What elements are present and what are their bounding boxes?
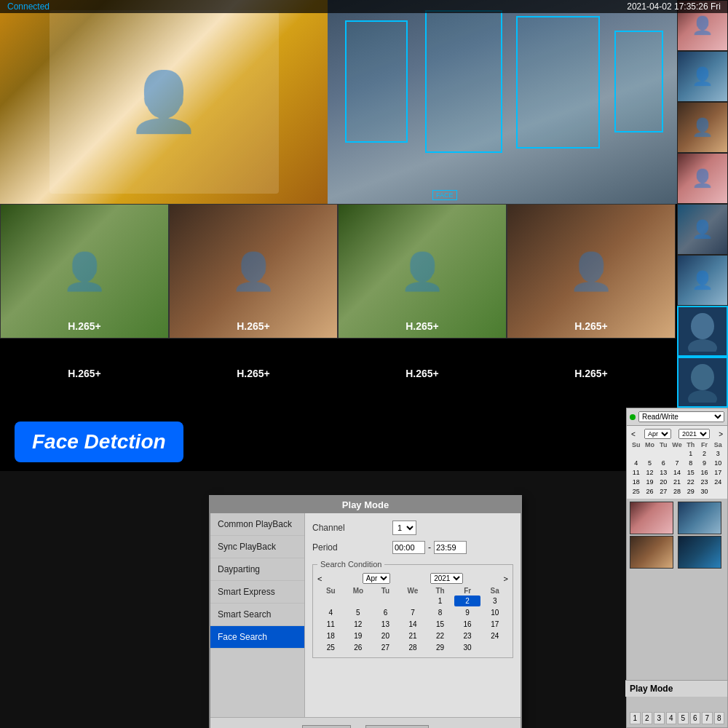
dialog-cal-year[interactable]: 2021: [430, 573, 463, 584]
video-grid-bottom: 👤 H.265+ 👤 H.265+ 👤 H.265+ 👤 H.265+ H.26…: [0, 204, 677, 408]
play-num-2[interactable]: 2: [642, 712, 653, 724]
video-cell-bottom-1: 👤 H.265+: [0, 204, 169, 339]
cal-day-29[interactable]: 29: [427, 642, 454, 653]
thumb-4[interactable]: 👤: [677, 153, 728, 204]
mini-cal-grid: Su Mo Tu We Th Fr Sa 1 2 3 4 5 6 7 8 9 1…: [630, 441, 724, 496]
face-box-1: [345, 20, 408, 143]
read-write-select[interactable]: Read/Write: [638, 411, 724, 422]
status-bar: Connected 2021-04-02 17:35:26 Fri: [0, 0, 728, 13]
cal-day-15[interactable]: 15: [427, 619, 454, 630]
thumbnail-strip: 👤 👤 👤 👤 👤 👤: [677, 0, 728, 408]
period-start-input[interactable]: [392, 541, 425, 554]
cal-day-12[interactable]: 12: [345, 619, 372, 630]
cal-day-4[interactable]: 4: [317, 607, 344, 618]
cal-day-5[interactable]: 5: [345, 607, 372, 618]
detection-label: FACE: [432, 190, 457, 200]
cal-day-24[interactable]: 24: [481, 630, 508, 641]
right-thumb-3[interactable]: [630, 536, 673, 569]
sidebar-item-smart-express[interactable]: Smart Express: [210, 581, 304, 604]
cal-day-25[interactable]: 25: [317, 642, 344, 653]
cal-day-7[interactable]: 7: [400, 607, 427, 618]
thumb-5[interactable]: 👤: [677, 204, 728, 255]
right-thumb-grid: [627, 499, 727, 571]
play-num-5[interactable]: 5: [678, 712, 689, 724]
cal-year-select[interactable]: 2021: [678, 429, 710, 439]
cal-month-select[interactable]: Apr: [644, 429, 671, 439]
channel-label: Channel: [312, 523, 392, 533]
ok-button[interactable]: OK: [302, 725, 351, 728]
cal-day-22[interactable]: 22: [427, 630, 454, 641]
dialog-title: Play Mode: [210, 496, 521, 513]
thumb-6[interactable]: 👤: [677, 255, 728, 306]
mini-calendar: < Apr 2021 > Su Mo Tu We Th Fr Sa 1 2 3 …: [627, 426, 727, 499]
cal-day-16[interactable]: 16: [454, 619, 481, 630]
sidebar-item-common-playback[interactable]: Common PlayBack: [210, 513, 304, 536]
cal-day-30[interactable]: 30: [454, 642, 481, 653]
search-condition-legend: Search Condition: [317, 560, 384, 569]
dialog-calendar: < Apr 2021 > Su Mo Tu We T: [317, 573, 508, 653]
cal-day-6[interactable]: 6: [372, 607, 399, 618]
play-num-4[interactable]: 4: [666, 712, 677, 724]
sidebar-item-sync-playback[interactable]: Sync PlayBack: [210, 536, 304, 558]
svg-point-0: [691, 313, 714, 339]
sidebar-item-dayparting[interactable]: Dayparting: [210, 558, 304, 581]
cal-day-20[interactable]: 20: [372, 630, 399, 641]
play-num-6[interactable]: 6: [690, 712, 701, 724]
cal-next-btn[interactable]: >: [717, 430, 724, 438]
thumb-3[interactable]: 👤: [677, 102, 728, 153]
face-detection-banner: Face Detction: [0, 413, 626, 471]
play-num-7[interactable]: 7: [702, 712, 713, 724]
right-thumb-4[interactable]: [678, 536, 721, 569]
cal-day-8[interactable]: 8: [427, 607, 454, 618]
cal-day-17[interactable]: 17: [481, 619, 508, 630]
cal-day-2[interactable]: 2: [454, 596, 481, 606]
cal-day-26[interactable]: 26: [345, 642, 372, 653]
cancel-button[interactable]: Cancel: [365, 725, 429, 728]
play-num-1[interactable]: 1: [630, 712, 641, 724]
radio-indicator: [630, 414, 636, 420]
cal-day-10[interactable]: 10: [481, 607, 508, 618]
play-mode-section-label: Play Mode: [625, 680, 727, 697]
right-thumb-2[interactable]: [678, 502, 721, 534]
cal-day-18[interactable]: 18: [317, 630, 344, 641]
play-num-8[interactable]: 8: [714, 712, 725, 724]
dialog-cal-month[interactable]: Apr: [363, 573, 390, 584]
dialog-cal-grid: Su Mo Tu We Th Fr Sa 1 2 3: [317, 587, 508, 653]
thumb-2[interactable]: 👤: [677, 51, 728, 102]
search-condition-box: Search Condition < Apr 2021 > Su: [312, 560, 513, 658]
thumb-face-1[interactable]: [677, 306, 728, 357]
face-detection-label: Face Detction: [15, 422, 183, 462]
cal-prev-btn[interactable]: <: [630, 430, 637, 438]
dialog-cal-prev[interactable]: <: [317, 574, 322, 583]
dialog-cal-header: < Apr 2021 >: [317, 573, 508, 584]
play-num-3[interactable]: 3: [654, 712, 665, 724]
cal-day-28[interactable]: 28: [400, 642, 427, 653]
cal-day-9[interactable]: 9: [454, 607, 481, 618]
play-mode-dialog: Play Mode Common PlayBack Sync PlayBack …: [209, 495, 522, 728]
channel-select[interactable]: 1: [392, 521, 416, 535]
cal-day-3[interactable]: 3: [481, 596, 508, 606]
dialog-channel-row: Channel 1: [312, 521, 513, 535]
connection-status: Connected: [7, 1, 50, 12]
sidebar-item-smart-search[interactable]: Smart Search: [210, 604, 304, 626]
cal-day-23[interactable]: 23: [454, 630, 481, 641]
cal-day-1[interactable]: 1: [427, 596, 454, 606]
sidebar-item-face-search[interactable]: Face Search: [210, 626, 304, 649]
cal-day-27[interactable]: 27: [372, 642, 399, 653]
codec-bottom-4: H.265+: [574, 368, 608, 379]
dialog-body: Common PlayBack Sync PlayBack Dayparting…: [210, 513, 521, 717]
right-thumb-1[interactable]: [630, 502, 673, 534]
svg-point-3: [688, 390, 717, 403]
codec-label-2: H.265+: [237, 320, 270, 332]
cal-day-19[interactable]: 19: [345, 630, 372, 641]
video-cell-top-left: 👤: [0, 0, 328, 204]
cal-day-14[interactable]: 14: [400, 619, 427, 630]
thumb-face-2[interactable]: [677, 357, 728, 408]
face-box-2: [425, 10, 502, 153]
cal-day-13[interactable]: 13: [372, 619, 399, 630]
video-cell-top-right: FACE: [328, 0, 677, 204]
cal-day-11[interactable]: 11: [317, 619, 344, 630]
dialog-cal-next[interactable]: >: [504, 574, 508, 583]
cal-day-21[interactable]: 21: [400, 630, 427, 641]
period-end-input[interactable]: [434, 541, 467, 554]
